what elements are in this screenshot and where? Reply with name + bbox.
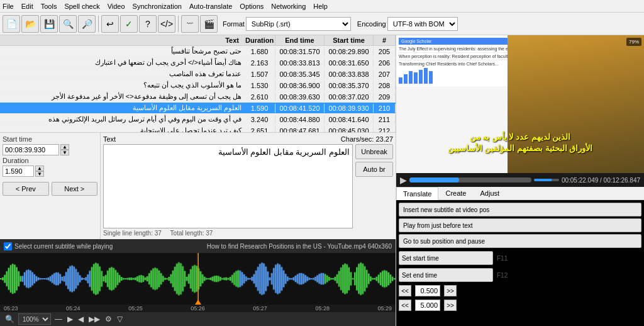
volume-bar[interactable] [534, 179, 559, 181]
col-header-endtime: End time [275, 35, 325, 45]
menu-video[interactable]: Video [108, 3, 125, 10]
tab-create[interactable]: Create [438, 187, 473, 200]
text-edit-header: Text Chars/sec: 23.27 [103, 135, 393, 143]
start-time-down[interactable]: ▼ [60, 150, 69, 155]
play-before-button[interactable]: Play from just before text [399, 218, 641, 232]
col-header-num: # [374, 35, 396, 45]
menu-synchronization[interactable]: Synchronization [133, 3, 182, 10]
encoding-select[interactable]: UTF-8 with BOM UTF-8 ANSI [387, 17, 458, 31]
menu-edit[interactable]: Edit [21, 3, 33, 10]
set-end-time-button[interactable]: Set end time [399, 268, 493, 282]
new-button[interactable]: 📄 [3, 15, 20, 33]
menu-networking[interactable]: Networking [271, 3, 306, 10]
subtitle-table-header: Text Duration End time Start time # [0, 35, 396, 46]
duration-input[interactable]: 1.590 [3, 166, 34, 177]
zoom-in-button[interactable]: 🔍 [4, 315, 16, 323]
open-button[interactable]: 📂 [21, 15, 39, 33]
waveform-title: How to find Research Positions in the US… [207, 243, 392, 250]
tab-content: Insert new subtitle at video pos Play fr… [396, 200, 644, 326]
sync-button[interactable]: ↩ [101, 15, 119, 33]
find-button[interactable]: 🔍 [59, 15, 77, 33]
table-row[interactable]: عندما تعرف هذه المناصب 1.507 00:08:35.34… [0, 69, 396, 80]
zoom-out-button[interactable]: — [53, 315, 64, 323]
step1-decrease[interactable]: << [399, 285, 411, 296]
subtitle-line2: الأوراق البحثية بصفتهم المؤلفين الأساسيي… [402, 143, 638, 154]
col-header-duration: Duration [244, 35, 275, 45]
text-edit-panel: Text Chars/sec: 23.27 العلوم السريرية مق… [101, 133, 396, 239]
wf-settings[interactable]: ⚙ [104, 315, 113, 323]
menu-options[interactable]: Options [240, 3, 264, 10]
tab-adjust[interactable]: Adjust [473, 187, 506, 200]
prev-button[interactable]: < Prev [3, 182, 49, 196]
translate-tabs: Translate Create Adjust [396, 187, 644, 200]
time-label-3: 05:26 [191, 305, 205, 312]
format-select[interactable]: SubRip (.srt) WebVTT (.vtt) Advanced Sub… [246, 17, 351, 31]
subtitle-text-input[interactable]: العلوم السريرية مقابل العلوم الأساسية [103, 144, 353, 228]
table-row-selected[interactable]: العلوم السريرية مقابل العلوم الأساسية 1.… [0, 103, 396, 114]
save-button[interactable]: 💾 [40, 15, 58, 33]
select-subtitle-checkbox-label[interactable]: Select current subtitle while playing [4, 242, 113, 250]
unbreak-button[interactable]: Unbreak [355, 144, 393, 159]
step1-input[interactable] [415, 285, 440, 296]
tab-translate[interactable]: Translate [396, 187, 438, 200]
auto-br-button[interactable]: Auto br [355, 162, 393, 177]
single-line-length: Single line length: 37 [103, 230, 162, 237]
duration-down[interactable]: ▼ [35, 171, 44, 177]
video-display: Google Scholar The July Effect in superv… [396, 35, 644, 173]
insert-subtitle-button[interactable]: Insert new subtitle at video pos [399, 203, 641, 216]
wf-prev-frame[interactable]: ◀ [77, 315, 85, 323]
menu-help[interactable]: Help [313, 3, 328, 10]
menu-autotranslate[interactable]: Auto-translate [189, 3, 232, 10]
wf-next-frame[interactable]: ▶▶ [87, 315, 101, 323]
subtitle-panel: Text Duration End time Start time # حتى … [0, 35, 396, 326]
step2-decrease[interactable]: << [399, 300, 411, 311]
waveform-button[interactable]: 〰 [181, 15, 199, 33]
video-button[interactable]: 🎬 [200, 15, 218, 33]
help-button[interactable]: ? [139, 15, 157, 33]
video-pos-value: 00:05:22.049 [447, 314, 489, 323]
table-row[interactable]: حتى تصبح مرشحاً تنافسياً 1.680 00:08:31.… [0, 46, 396, 57]
step2-section: << >> [399, 300, 641, 311]
video-play-button[interactable]: ▶ [400, 175, 407, 185]
subtitle-line1: الذين لديهم عدد لا يأس به من [402, 132, 638, 143]
waveform-canvas[interactable]: #131 2.690 وهذا عامل مهم للغايةبالنسبة ل… [0, 253, 396, 305]
menu-file[interactable]: File [3, 3, 14, 10]
progress-bar[interactable] [409, 177, 531, 183]
wf-extra[interactable]: ▽ [116, 315, 124, 323]
step2-increase[interactable]: >> [444, 300, 457, 311]
menu-spellcheck[interactable]: Spell check [64, 3, 99, 10]
step1-increase[interactable]: >> [444, 285, 457, 296]
subtitle-rows: حتى تصبح مرشحاً تنافسياً 1.680 00:08:31.… [0, 46, 396, 132]
duration-up[interactable]: ▲ [35, 166, 44, 171]
set-end-time-section: Set end time F12 [399, 268, 641, 282]
zoom-select[interactable]: 100% 50% 200% [18, 313, 51, 325]
set-start-time-button[interactable]: Set start time [399, 251, 493, 265]
table-row[interactable]: هل يجب أن تسعى إلى وظيفة مدفوعة<> الأخر … [0, 91, 396, 103]
wf-play-button[interactable]: ▶ [66, 315, 74, 323]
toolbar-separator-1 [98, 16, 99, 32]
chars-per-sec: Chars/sec: 23.27 [341, 135, 393, 143]
set-start-time-section: Set start time F11 [399, 251, 641, 265]
start-time-input[interactable]: 00:08:39.930 [3, 144, 59, 155]
go-to-sub-button[interactable]: Go to sub position and pause [399, 234, 641, 248]
code-button[interactable]: </> [158, 15, 175, 33]
select-subtitle-checkbox[interactable] [4, 242, 12, 250]
next-button[interactable]: Next > [52, 182, 98, 196]
table-row[interactable]: في أي وقت من اليوم وفي أي أيام ترسل رسائ… [0, 114, 396, 125]
table-row[interactable]: هناك أيضاً أشياء</> أخرى يجب أن تضعها في… [0, 57, 396, 69]
table-row[interactable]: كيف ترد عندما تحصل على الاستجابة 2.651 0… [0, 125, 396, 132]
progress-fill [409, 177, 459, 183]
step2-input[interactable] [415, 300, 440, 311]
step1-section: << >> [399, 285, 641, 296]
text-area-container: العلوم السريرية مقابل العلوم الأساسية Un… [103, 144, 393, 228]
fn11-label: F11 [497, 255, 508, 262]
waveform-time-labels: 05:23 05:24 05:25 05:26 05:27 05:28 05:2… [0, 305, 396, 312]
video-position-row: Video position: 00:05:22.049 [399, 314, 641, 323]
menu-tools[interactable]: Tools [41, 3, 57, 10]
start-time-up[interactable]: ▲ [60, 144, 69, 150]
total-time: 00:12:26.847 [604, 177, 640, 184]
replace-button[interactable]: 🔎 [78, 15, 96, 33]
check-button[interactable]: ✓ [120, 15, 138, 33]
table-row[interactable]: ما هو الأسلوب الذي يجب أن تتبعه؟ 1.530 0… [0, 80, 396, 91]
playhead-arrow [195, 300, 201, 305]
